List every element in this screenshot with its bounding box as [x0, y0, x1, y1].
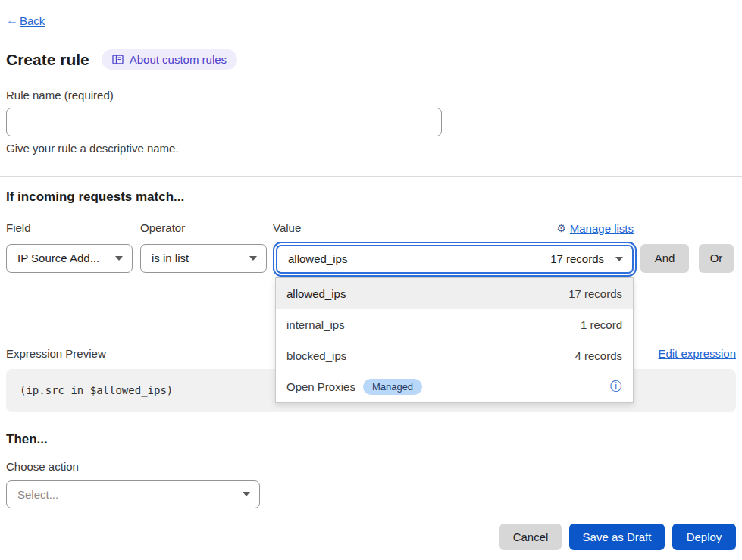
- value-select-count: 17 records: [550, 252, 604, 265]
- value-select-selected: allowed_ips: [288, 252, 347, 265]
- value-select-right: 17 records: [550, 252, 623, 265]
- operator-select-value: is in list: [152, 252, 189, 264]
- chevron-down-icon: [615, 257, 623, 261]
- action-select-placeholder: Select...: [17, 488, 58, 501]
- save-as-draft-button[interactable]: Save as Draft: [569, 524, 665, 550]
- expression-code: (ip.src in $allowed_ips): [20, 384, 173, 396]
- field-select[interactable]: IP Source Add...: [6, 244, 133, 273]
- choose-action-label: Choose action: [6, 460, 736, 473]
- chevron-down-icon: [243, 492, 250, 496]
- deploy-button[interactable]: Deploy: [672, 524, 736, 550]
- about-label: About custom rules: [130, 53, 227, 66]
- about-custom-rules-link[interactable]: About custom rules: [102, 49, 237, 70]
- edit-expression-link[interactable]: Edit expression: [658, 347, 736, 360]
- list-record-count: 1 record: [581, 318, 622, 331]
- rule-name-label: Rule name (required): [6, 89, 736, 102]
- manage-lists-label: Manage lists: [570, 222, 634, 235]
- list-item-internal-ips[interactable]: internal_ips 1 record: [276, 309, 633, 340]
- list-name: internal_ips: [286, 318, 345, 331]
- operator-label: Operator: [140, 221, 273, 234]
- footer-buttons: Cancel Save as Draft Deploy: [6, 524, 736, 550]
- rule-name-helper: Give your rule a descriptive name.: [6, 142, 736, 155]
- back-row: ←Back: [6, 14, 736, 29]
- rule-name-input[interactable]: [6, 108, 442, 136]
- field-select-value: IP Source Add...: [17, 252, 99, 264]
- action-select[interactable]: Select...: [6, 480, 260, 508]
- back-label: Back: [20, 14, 45, 27]
- value-select[interactable]: allowed_ips 17 records: [276, 245, 634, 274]
- list-record-count: 17 records: [568, 287, 622, 300]
- back-link[interactable]: ←Back: [6, 14, 45, 27]
- value-label: Value: [273, 221, 301, 234]
- list-record-count: 4 records: [575, 349, 622, 362]
- match-controls-row: IP Source Add... is in list allowed_ips …: [6, 244, 736, 274]
- create-rule-page: ←Back Create rule About custom rules Rul…: [0, 0, 742, 560]
- managed-badge: Managed: [363, 379, 422, 396]
- info-icon[interactable]: ⓘ: [610, 379, 622, 395]
- and-button[interactable]: And: [640, 244, 689, 273]
- list-name: blocked_ips: [286, 349, 346, 362]
- gear-icon: ⚙: [556, 222, 566, 234]
- list-item-left: Open Proxies Managed: [286, 379, 422, 396]
- match-labels-row: Field Operator Value ⚙Manage lists: [6, 221, 736, 235]
- field-label: Field: [6, 221, 140, 234]
- match-heading: If incoming requests match...: [6, 189, 736, 205]
- chevron-down-icon: [115, 256, 123, 261]
- value-label-row: Value ⚙Manage lists: [273, 221, 634, 235]
- page-title: Create rule: [6, 51, 89, 69]
- list-item-allowed-ips[interactable]: allowed_ips 17 records: [276, 278, 633, 309]
- value-select-column: allowed_ips 17 records: [273, 244, 634, 274]
- or-button[interactable]: Or: [699, 244, 734, 273]
- then-heading: Then...: [6, 432, 736, 447]
- list-name: allowed_ips: [286, 287, 346, 300]
- section-divider: [0, 176, 742, 177]
- manage-lists-link[interactable]: ⚙Manage lists: [556, 222, 634, 235]
- chevron-down-icon: [249, 256, 257, 261]
- list-item-blocked-ips[interactable]: blocked_ips 4 records: [276, 340, 633, 371]
- title-row: Create rule About custom rules: [6, 49, 736, 70]
- value-dropdown-menu: allowed_ips 17 records internal_ips 1 re…: [275, 277, 634, 403]
- cancel-button[interactable]: Cancel: [499, 524, 562, 550]
- list-name: Open Proxies: [286, 380, 355, 393]
- expression-preview-label: Expression Preview: [6, 347, 106, 360]
- book-icon: [112, 55, 124, 64]
- back-arrow-icon: ←: [6, 14, 18, 27]
- list-item-open-proxies[interactable]: Open Proxies Managed ⓘ: [276, 371, 633, 402]
- operator-select[interactable]: is in list: [140, 244, 267, 273]
